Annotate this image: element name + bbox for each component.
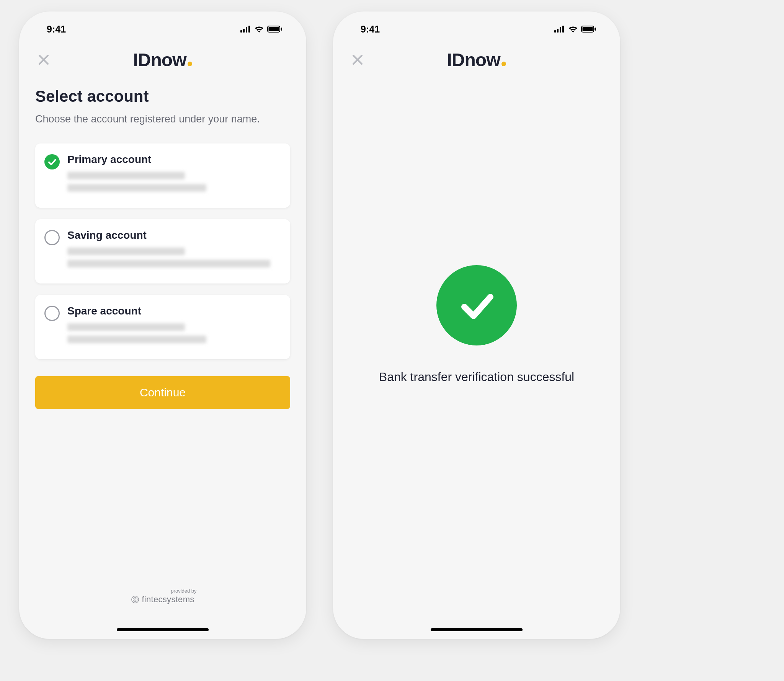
account-label: Saving account: [67, 229, 281, 241]
success-message: Bank transfer verification successful: [379, 368, 574, 386]
brand-name: IDnow: [133, 49, 186, 70]
svg-rect-3: [248, 26, 250, 33]
check-icon: [47, 157, 57, 166]
brand-dot-icon: [188, 62, 192, 66]
svg-rect-2: [246, 27, 247, 33]
home-indicator[interactable]: [431, 628, 523, 631]
card-body: Spare account: [67, 305, 281, 348]
svg-rect-0: [240, 30, 242, 33]
battery-icon: [267, 26, 283, 33]
topbar: IDnow: [19, 43, 306, 77]
account-option-saving[interactable]: Saving account: [35, 219, 290, 283]
redacted-line: [67, 323, 185, 331]
continue-button[interactable]: Continue: [35, 376, 290, 409]
card-body: Saving account: [67, 229, 281, 272]
brand-logo: IDnow: [133, 49, 193, 70]
success-badge: [436, 265, 517, 345]
redacted-line: [67, 184, 206, 192]
account-option-primary[interactable]: Primary account: [35, 143, 290, 208]
status-time: 9:41: [38, 24, 66, 35]
account-label: Primary account: [67, 153, 281, 166]
account-label: Spare account: [67, 305, 281, 317]
fingerprint-icon: [131, 595, 139, 604]
success-area: Bank transfer verification successful: [333, 11, 620, 639]
footer-brand: fintecsystems: [131, 595, 194, 604]
svg-rect-6: [281, 28, 282, 31]
page-title: Select account: [35, 87, 290, 106]
redacted-line: [67, 260, 270, 267]
home-indicator[interactable]: [117, 628, 209, 631]
phone-select-account: 9:41 IDnow Select account Choose the acc…: [19, 11, 306, 639]
footer: provided by fintecsystems: [19, 588, 306, 604]
redacted-line: [67, 248, 185, 255]
redacted-line: [67, 172, 185, 179]
status-icons: [240, 26, 288, 33]
close-icon: [38, 54, 49, 65]
radio-selected[interactable]: [44, 154, 60, 169]
footer-brand-text: fintecsystems: [142, 595, 194, 604]
svg-rect-5: [269, 27, 279, 31]
cellular-icon: [240, 26, 251, 33]
status-bar: 9:41: [19, 11, 306, 39]
radio-unselected[interactable]: [44, 306, 60, 321]
phone-success: 9:41 IDnow Bank transfer verification su…: [333, 11, 620, 639]
page-subtitle: Choose the account registered under your…: [35, 112, 290, 127]
svg-point-10: [133, 598, 137, 602]
account-option-spare[interactable]: Spare account: [35, 295, 290, 359]
svg-rect-1: [243, 29, 245, 33]
card-body: Primary account: [67, 153, 281, 196]
footer-prefix: provided by: [129, 588, 196, 594]
svg-point-11: [134, 599, 136, 601]
check-icon: [454, 282, 500, 328]
wifi-icon: [254, 26, 264, 33]
svg-point-9: [132, 596, 139, 603]
redacted-line: [67, 336, 206, 343]
radio-unselected[interactable]: [44, 230, 60, 245]
close-button[interactable]: [35, 51, 52, 68]
content-area: Select account Choose the account regist…: [19, 77, 306, 409]
